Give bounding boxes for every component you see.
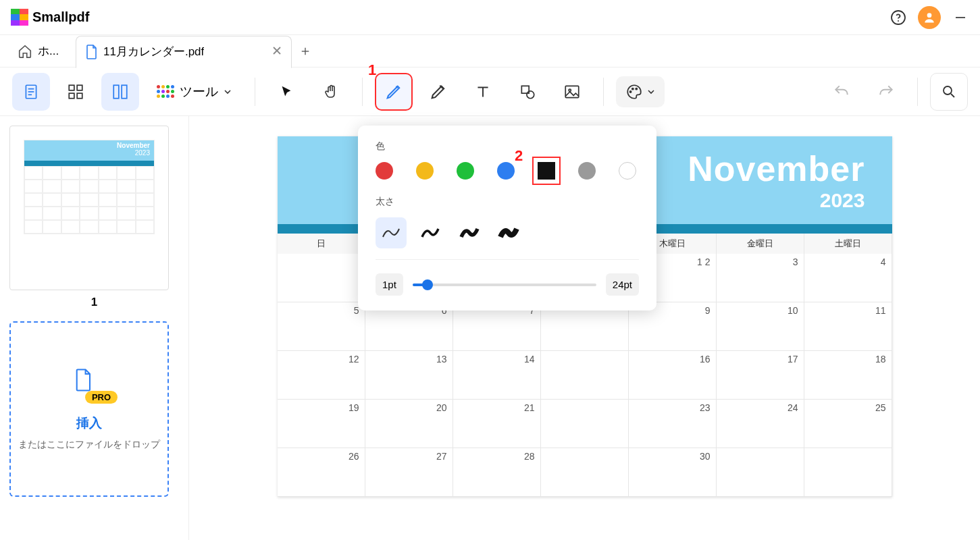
highlighter-tool[interactable] (419, 73, 457, 111)
thickness-section-label: 太さ (376, 196, 639, 208)
calendar-cell: 27 (365, 448, 453, 497)
calendar-cell: 5 (278, 302, 365, 351)
hand-icon (323, 84, 339, 100)
pointer-tool[interactable] (267, 73, 305, 111)
thickness-option-3[interactable] (454, 217, 485, 248)
calendar-cell: 4 (804, 254, 892, 302)
color-swatch[interactable] (457, 162, 474, 180)
calendar-cell (278, 254, 365, 302)
tab-document-label: 11月カレンダー.pdf (103, 44, 204, 59)
thumb-title: November (28, 142, 150, 149)
shape-tool[interactable] (509, 73, 546, 111)
calendar-cell (541, 400, 629, 448)
calendar-cell: 11 (804, 302, 892, 351)
calendar-cell: 12 (278, 351, 365, 400)
calendar-cell: 20 (365, 400, 453, 448)
chevron-down-icon (647, 88, 655, 96)
divider (362, 78, 363, 106)
min-pt-label: 1pt (376, 273, 403, 296)
hand-tool[interactable] (312, 73, 350, 111)
redo-icon (877, 83, 895, 101)
search-icon (941, 84, 957, 100)
undo-button[interactable] (823, 73, 860, 111)
calendar-cell (804, 448, 892, 497)
view-split-button[interactable] (101, 73, 139, 111)
color-swatch[interactable] (497, 162, 515, 180)
max-pt-label: 24pt (606, 273, 639, 296)
pencil-tool[interactable] (375, 73, 413, 111)
home-icon (18, 44, 32, 59)
thickness-option-4[interactable] (493, 217, 524, 248)
svg-rect-22 (565, 86, 579, 97)
thickness-slider[interactable] (413, 284, 596, 286)
plus-icon (301, 46, 309, 57)
logo-icon (11, 9, 28, 26)
tab-home[interactable]: ホ... (8, 35, 76, 68)
svg-point-24 (630, 90, 631, 92)
calendar-cell: 13 (365, 351, 453, 400)
thumb-year: 2023 (28, 149, 150, 157)
view-grid-button[interactable] (57, 73, 95, 111)
view-page-button[interactable] (12, 73, 50, 111)
thickness-option-2[interactable] (415, 217, 446, 248)
calendar-cell: 3 (717, 254, 804, 302)
color-swatch[interactable] (578, 162, 596, 180)
calendar-cell: 19 (278, 400, 365, 448)
tab-new[interactable] (292, 35, 319, 68)
day-header: 土曜日 (804, 234, 892, 254)
tab-document[interactable]: 11月カレンダー.pdf (76, 36, 292, 68)
search-button[interactable] (930, 73, 968, 111)
svg-rect-17 (122, 85, 127, 99)
image-icon (563, 83, 581, 101)
text-tool[interactable] (464, 73, 502, 111)
color-swatches (376, 162, 639, 180)
dropzone-title: 挿入 (76, 414, 102, 432)
thickness-options (376, 217, 639, 248)
calendar-cell: 23 (629, 400, 717, 448)
calendar-cell: 17 (717, 351, 804, 400)
palette-icon (625, 83, 643, 101)
slider-thumb[interactable] (422, 279, 433, 290)
tab-bar: ホ... 11月カレンダー.pdf (0, 35, 980, 68)
sidebar: November 2023 1 PRO 挿入 またはここにファイルをド (0, 116, 189, 540)
page-thumbnail[interactable]: November 2023 (9, 126, 169, 290)
tools-menu-button[interactable]: ツール (146, 76, 242, 107)
calendar-cell: 30 (629, 448, 717, 497)
tab-home-label: ホ... (38, 43, 59, 59)
file-icon (86, 45, 98, 59)
color-section-label: 色 (376, 140, 639, 153)
annotation-1: 1 (368, 61, 376, 79)
pointer-icon (279, 84, 294, 99)
calendar-cell: 16 (629, 351, 717, 400)
divider (255, 78, 255, 106)
pencil-icon (384, 82, 403, 101)
toolbar: ツール (0, 68, 980, 116)
divider (603, 78, 604, 106)
thumb-number: 1 (9, 296, 179, 309)
thickness-option-1[interactable] (376, 217, 407, 248)
grid-icon (67, 83, 84, 101)
color-swatch[interactable] (538, 162, 555, 180)
calendar-cell: 26 (278, 448, 365, 497)
pro-badge: PRO (85, 391, 118, 404)
svg-rect-13 (77, 85, 82, 90)
color-swatch[interactable] (376, 162, 393, 180)
help-icon[interactable] (889, 9, 907, 26)
svg-point-25 (632, 88, 634, 89)
close-icon[interactable] (272, 45, 282, 59)
color-picker-button[interactable] (616, 76, 665, 107)
svg-line-28 (951, 94, 954, 97)
insert-dropzone[interactable]: PRO 挿入 またはここにファイルをドロップ (9, 321, 169, 497)
svg-rect-16 (113, 85, 119, 99)
calendar-cell: 28 (453, 448, 541, 497)
redo-button[interactable] (867, 73, 905, 111)
image-tool[interactable] (553, 73, 591, 111)
svg-rect-15 (77, 93, 82, 99)
color-swatch[interactable] (416, 162, 434, 180)
minimize-icon[interactable] (952, 9, 969, 26)
text-icon (474, 83, 492, 101)
color-swatch[interactable] (619, 162, 636, 180)
calendar-cell: 18 (804, 351, 892, 400)
shape-icon (519, 83, 536, 101)
avatar[interactable] (918, 6, 941, 29)
